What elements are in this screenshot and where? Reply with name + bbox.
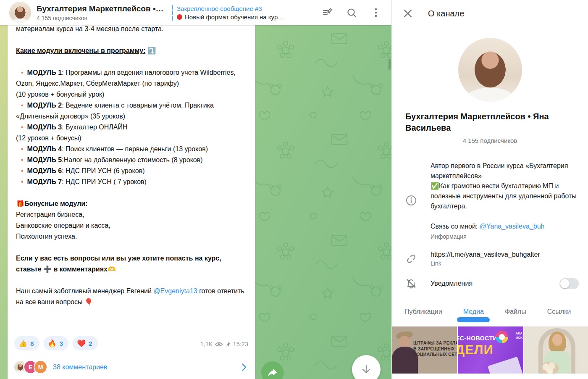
media-thumbnail-news[interactable]: ЕС-НОВОСТИ ДЕЛИ АКА ИСК <box>458 326 523 374</box>
comment-avatar-3: M <box>34 360 47 374</box>
pinned-list-icon[interactable] <box>322 7 333 18</box>
message-paragraph: •МОДУЛЬ 4: Поиск клиентов — первые деньг… <box>16 144 248 155</box>
bullet-icon: • <box>16 167 27 174</box>
channel-contact-line: Связь со мной: @Yana_vasileva_buh <box>430 221 579 232</box>
media-thumbnail-ad[interactable]: ШТРАФЫ ЗА РЕКЛАМУ В ЗАПРЕЩЕННЫХ СОЦИАЛЬН… <box>392 326 457 374</box>
post-meta-row: 👍 8 🔥 3 ❤️ 2 1,1K <box>8 334 255 355</box>
chevron-right-icon <box>242 363 247 371</box>
close-icon[interactable] <box>403 8 413 18</box>
info-label: Информация <box>430 233 579 240</box>
tab-links[interactable]: Ссылки <box>547 308 571 316</box>
reaction-count: 2 <box>89 340 92 347</box>
message-paragraph: Банковские операции и касса, <box>16 220 248 231</box>
pinned-message-bar[interactable]: Закреплённое сообщение #3 Новый формат о… <box>172 5 305 21</box>
media-thumbnail-photo[interactable] <box>524 326 588 374</box>
tab-media[interactable]: Медиа <box>463 308 484 316</box>
message-paragraph: Наш самый заботливый менеджер Евгений @E… <box>16 286 248 308</box>
message-paragraph: •МОДУЛЬ 5:Налог на добавленную стоимость… <box>16 155 248 166</box>
views-eye-icon <box>215 341 223 347</box>
academy-logo <box>496 331 508 343</box>
chat-scrollbar[interactable] <box>388 59 391 70</box>
profile-subscribers: 4 155 подписчиков <box>392 137 588 144</box>
notifications-row: Уведомления <box>392 278 588 290</box>
paragraph-gap <box>16 275 248 286</box>
channel-subscribers: 4 155 подписчиков <box>37 15 172 21</box>
commenter-avatars: E M <box>13 360 47 374</box>
message-paragraph: •МОДУЛЬ 2: Ведение клиента с товарным уч… <box>16 100 248 122</box>
thumbs-up-emoji: 👍 <box>18 339 27 348</box>
reaction-thumbs-up[interactable]: 👍 8 <box>14 336 39 350</box>
reaction-count: 3 <box>60 340 63 347</box>
message-paragraph: •МОДУЛЬ 6: НДС ПРИ УСН (6 уроков) <box>16 166 248 176</box>
red-circle-emoji <box>177 14 182 20</box>
bullet-icon: • <box>16 69 27 76</box>
channel-url[interactable]: https://t.me/yana_vasileva_buhgalter <box>430 251 579 258</box>
message-paragraph: материалам курса на 3-4 месяца после ста… <box>16 25 248 34</box>
tab-publications[interactable]: Публикации <box>404 308 442 316</box>
kebab-menu-icon[interactable] <box>370 7 381 18</box>
message-paragraph: (10 уроков + бонусный урок) <box>16 89 248 100</box>
reaction-count: 8 <box>30 340 34 347</box>
notifications-label: Уведомления <box>430 280 472 287</box>
channel-avatar[interactable] <box>9 2 31 24</box>
channel-description-line: ✅Как грамотно вести бухгалтерию МП и пол… <box>430 181 579 211</box>
profile-name: Бухгалтерия Маркетплейсов • Яна Васильев… <box>405 111 575 134</box>
paragraph-gap <box>16 242 248 253</box>
profile-tabs: Публикации Медиа Файлы Ссылки <box>404 302 588 321</box>
message-paragraph: Регистрация бизнеса, <box>16 209 248 220</box>
message-paragraph: Если у вас есть вопросы или вы уже хотит… <box>16 253 248 275</box>
fire-emoji: 🔥 <box>48 339 57 348</box>
link-row[interactable]: https://t.me/yana_vasileva_buhgalter Lin… <box>392 251 588 267</box>
comments-count-label: 38 комментариев <box>53 363 107 371</box>
paragraph-gap <box>16 34 248 45</box>
message-paragraph: Психология успеха. <box>16 231 248 242</box>
channel-info-panel: О канале Бухгалтерия Маркетплейсов • Яна… <box>391 0 588 379</box>
reaction-heart[interactable]: ❤️ 2 <box>73 336 98 350</box>
link-icon <box>392 253 430 265</box>
media-grid: ШТРАФЫ ЗА РЕКЛАМУ В ЗАПРЕЩЕННЫХ СОЦИАЛЬН… <box>392 326 588 374</box>
channel-description-line: Автор первого в России курса «Бухгалтери… <box>430 161 579 181</box>
channel-title: Бухгалтерия Маркетплейсов •… <box>37 4 172 13</box>
pinned-divider <box>172 5 173 21</box>
message-paragraph: •МОДУЛЬ 1: Программы для ведения налогов… <box>16 67 248 89</box>
message-paragraph: Какие модули включены в программу:⤵️ <box>16 45 248 56</box>
paragraph-gap <box>16 56 248 67</box>
paragraph-gap <box>16 187 248 198</box>
heart-emoji: ❤️ <box>77 339 86 348</box>
chat-header: Бухгалтерия Маркетплейсов •… 4 155 подпи… <box>0 0 391 25</box>
pinned-message-preview: Новый формат обучения на кур… <box>185 13 284 21</box>
comments-bar[interactable]: E M 38 комментариев <box>8 355 255 379</box>
bullet-icon: • <box>16 145 27 153</box>
pinned-message-label: Закреплённое сообщение #3 <box>177 5 284 12</box>
channel-post: материалам курса на 3-4 месяца после ста… <box>8 25 255 379</box>
curved-arrow-down-emoji: ⤵️ <box>147 47 156 54</box>
reactions: 👍 8 🔥 3 ❤️ 2 <box>14 336 98 350</box>
search-icon[interactable] <box>346 8 357 18</box>
tab-files[interactable]: Файлы <box>505 308 526 316</box>
bullet-icon: • <box>16 178 27 185</box>
mention-link[interactable]: @Evgeniyta13 <box>153 287 197 295</box>
message-paragraph: •МОДУЛЬ 7: НДС ПРИ УСН ( 7 уроков) <box>16 176 248 187</box>
bell-muted-icon <box>392 278 430 290</box>
chat-area: Бухгалтерия Маркетплейсов •… 4 155 подпи… <box>0 0 391 379</box>
reaction-fire[interactable]: 🔥 3 <box>44 336 69 350</box>
contact-mention-link[interactable]: @Yana_vasileva_buh <box>480 223 545 230</box>
pinned-pin-icon <box>225 341 231 347</box>
info-row: Автор первого в России курса «Бухгалтери… <box>392 161 588 240</box>
message-paragraph: (12 уроков + бонусы) <box>16 133 248 144</box>
link-label: Link <box>430 260 579 267</box>
views-count: 1,1K <box>200 341 213 347</box>
panel-header: О канале <box>392 0 588 27</box>
bullet-icon: • <box>16 102 27 109</box>
bullet-icon: • <box>16 156 27 163</box>
notifications-toggle[interactable] <box>559 278 579 289</box>
profile-avatar[interactable] <box>458 38 522 102</box>
panel-title: О канале <box>428 9 464 18</box>
post-time: 15:23 <box>233 341 248 347</box>
post-meta: 1,1K 15:23 <box>200 341 248 350</box>
channel-header-info[interactable]: Бухгалтерия Маркетплейсов •… 4 155 подпи… <box>37 4 172 21</box>
message-paragraph: •МОДУЛЬ 3: Бухгалтер ОНЛАЙН <box>16 122 248 133</box>
info-icon <box>392 195 430 206</box>
message-paragraph: 🎁Бонусные модули: <box>16 198 248 209</box>
message-text: материалам курса на 3-4 месяца после ста… <box>8 25 255 334</box>
